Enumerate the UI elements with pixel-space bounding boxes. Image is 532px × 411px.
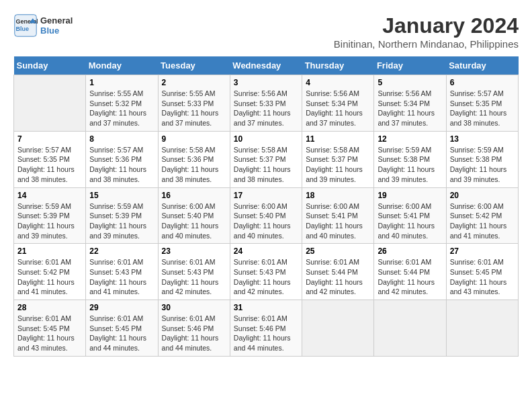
day-cell: 18Sunrise: 6:00 AMSunset: 5:41 PMDayligh… bbox=[302, 187, 374, 244]
day-cell bbox=[302, 300, 374, 357]
day-info: Sunrise: 5:56 AMSunset: 5:34 PMDaylight:… bbox=[378, 89, 442, 128]
header-cell-tuesday: Tuesday bbox=[158, 56, 230, 75]
logo: General Blue General Blue bbox=[13, 13, 73, 38]
logo-text-blue: Blue bbox=[40, 26, 73, 36]
day-cell: 14Sunrise: 5:59 AMSunset: 5:39 PMDayligh… bbox=[14, 187, 86, 244]
calendar-title: January 2024 bbox=[334, 13, 519, 38]
day-number: 22 bbox=[89, 246, 154, 256]
day-cell: 9Sunrise: 5:58 AMSunset: 5:36 PMDaylight… bbox=[158, 131, 230, 187]
day-number: 31 bbox=[234, 303, 298, 312]
day-number: 18 bbox=[306, 191, 370, 200]
day-cell: 10Sunrise: 5:58 AMSunset: 5:37 PMDayligh… bbox=[230, 131, 302, 187]
day-info: Sunrise: 6:01 AMSunset: 5:44 PMDaylight:… bbox=[378, 257, 442, 297]
day-number: 12 bbox=[378, 134, 442, 144]
day-cell: 19Sunrise: 6:00 AMSunset: 5:41 PMDayligh… bbox=[374, 187, 446, 244]
week-row-1: 7Sunrise: 5:57 AMSunset: 5:35 PMDaylight… bbox=[14, 131, 519, 187]
day-cell: 2Sunrise: 5:55 AMSunset: 5:33 PMDaylight… bbox=[158, 75, 230, 132]
title-block: January 2024 Binitinan, Northern Mindana… bbox=[334, 13, 519, 50]
day-number: 9 bbox=[162, 134, 226, 144]
header-cell-friday: Friday bbox=[374, 56, 446, 75]
day-cell bbox=[14, 75, 86, 132]
day-info: Sunrise: 6:01 AMSunset: 5:46 PMDaylight:… bbox=[162, 314, 226, 353]
day-cell: 28Sunrise: 6:01 AMSunset: 5:45 PMDayligh… bbox=[14, 300, 86, 357]
day-cell: 21Sunrise: 6:01 AMSunset: 5:42 PMDayligh… bbox=[14, 244, 86, 300]
day-info: Sunrise: 6:01 AMSunset: 5:45 PMDaylight:… bbox=[17, 314, 82, 353]
day-info: Sunrise: 6:01 AMSunset: 5:45 PMDaylight:… bbox=[450, 257, 515, 297]
day-cell: 29Sunrise: 6:01 AMSunset: 5:45 PMDayligh… bbox=[86, 300, 158, 357]
day-cell: 6Sunrise: 5:57 AMSunset: 5:35 PMDaylight… bbox=[446, 75, 518, 132]
day-info: Sunrise: 5:59 AMSunset: 5:39 PMDaylight:… bbox=[17, 201, 82, 241]
day-cell: 31Sunrise: 6:01 AMSunset: 5:46 PMDayligh… bbox=[230, 300, 302, 357]
day-number: 25 bbox=[306, 246, 370, 256]
day-cell: 20Sunrise: 6:00 AMSunset: 5:42 PMDayligh… bbox=[446, 187, 518, 244]
day-number: 17 bbox=[234, 191, 298, 200]
day-number: 24 bbox=[234, 246, 298, 256]
page-header: General Blue General Blue January 2024 B… bbox=[13, 13, 519, 50]
day-info: Sunrise: 5:57 AMSunset: 5:35 PMDaylight:… bbox=[450, 89, 515, 128]
calendar-header-row: SundayMondayTuesdayWednesdayThursdayFrid… bbox=[14, 56, 519, 75]
day-number: 8 bbox=[89, 134, 154, 144]
day-cell: 27Sunrise: 6:01 AMSunset: 5:45 PMDayligh… bbox=[446, 244, 518, 300]
week-row-0: 1Sunrise: 5:55 AMSunset: 5:32 PMDaylight… bbox=[14, 75, 519, 132]
day-info: Sunrise: 6:00 AMSunset: 5:40 PMDaylight:… bbox=[162, 201, 226, 241]
day-info: Sunrise: 6:01 AMSunset: 5:43 PMDaylight:… bbox=[89, 257, 154, 297]
day-number: 10 bbox=[234, 134, 298, 144]
day-cell: 22Sunrise: 6:01 AMSunset: 5:43 PMDayligh… bbox=[86, 244, 158, 300]
day-number: 23 bbox=[162, 246, 226, 256]
day-info: Sunrise: 5:58 AMSunset: 5:37 PMDaylight:… bbox=[234, 145, 298, 185]
day-number: 14 bbox=[17, 191, 82, 200]
day-number: 30 bbox=[162, 303, 226, 312]
header-cell-saturday: Saturday bbox=[446, 56, 518, 75]
header-cell-wednesday: Wednesday bbox=[230, 56, 302, 75]
day-info: Sunrise: 6:01 AMSunset: 5:42 PMDaylight:… bbox=[17, 257, 82, 297]
header-cell-thursday: Thursday bbox=[302, 56, 374, 75]
day-info: Sunrise: 5:59 AMSunset: 5:39 PMDaylight:… bbox=[89, 201, 154, 241]
day-cell: 16Sunrise: 6:00 AMSunset: 5:40 PMDayligh… bbox=[158, 187, 230, 244]
day-number: 13 bbox=[450, 134, 515, 144]
day-info: Sunrise: 6:00 AMSunset: 5:41 PMDaylight:… bbox=[378, 201, 442, 241]
day-info: Sunrise: 6:01 AMSunset: 5:43 PMDaylight:… bbox=[162, 257, 226, 297]
day-number: 1 bbox=[89, 78, 154, 87]
day-number: 4 bbox=[306, 78, 370, 87]
day-number: 27 bbox=[450, 246, 515, 256]
day-cell: 17Sunrise: 6:00 AMSunset: 5:40 PMDayligh… bbox=[230, 187, 302, 244]
day-info: Sunrise: 5:57 AMSunset: 5:36 PMDaylight:… bbox=[89, 145, 154, 185]
day-info: Sunrise: 6:01 AMSunset: 5:44 PMDaylight:… bbox=[306, 257, 370, 297]
day-number: 2 bbox=[162, 78, 226, 87]
day-number: 26 bbox=[378, 246, 442, 256]
day-info: Sunrise: 5:55 AMSunset: 5:33 PMDaylight:… bbox=[162, 89, 226, 128]
day-number: 19 bbox=[378, 191, 442, 200]
day-cell: 8Sunrise: 5:57 AMSunset: 5:36 PMDaylight… bbox=[86, 131, 158, 187]
day-info: Sunrise: 5:59 AMSunset: 5:38 PMDaylight:… bbox=[450, 145, 515, 185]
day-info: Sunrise: 6:01 AMSunset: 5:45 PMDaylight:… bbox=[89, 314, 154, 353]
day-cell: 26Sunrise: 6:01 AMSunset: 5:44 PMDayligh… bbox=[374, 244, 446, 300]
day-number: 11 bbox=[306, 134, 370, 144]
day-cell: 30Sunrise: 6:01 AMSunset: 5:46 PMDayligh… bbox=[158, 300, 230, 357]
day-number: 6 bbox=[450, 78, 515, 87]
day-info: Sunrise: 5:58 AMSunset: 5:37 PMDaylight:… bbox=[306, 145, 370, 185]
day-number: 21 bbox=[17, 246, 82, 256]
day-cell: 3Sunrise: 5:56 AMSunset: 5:33 PMDaylight… bbox=[230, 75, 302, 132]
week-row-3: 21Sunrise: 6:01 AMSunset: 5:42 PMDayligh… bbox=[14, 244, 519, 300]
day-info: Sunrise: 5:59 AMSunset: 5:38 PMDaylight:… bbox=[378, 145, 442, 185]
header-cell-sunday: Sunday bbox=[14, 56, 86, 75]
day-info: Sunrise: 6:00 AMSunset: 5:42 PMDaylight:… bbox=[450, 201, 515, 241]
day-info: Sunrise: 6:00 AMSunset: 5:41 PMDaylight:… bbox=[306, 201, 370, 241]
calendar-body: 1Sunrise: 5:55 AMSunset: 5:32 PMDaylight… bbox=[14, 75, 519, 357]
day-number: 5 bbox=[378, 78, 442, 87]
day-cell: 15Sunrise: 5:59 AMSunset: 5:39 PMDayligh… bbox=[86, 187, 158, 244]
day-cell: 11Sunrise: 5:58 AMSunset: 5:37 PMDayligh… bbox=[302, 131, 374, 187]
day-info: Sunrise: 5:56 AMSunset: 5:33 PMDaylight:… bbox=[234, 89, 298, 128]
day-info: Sunrise: 5:57 AMSunset: 5:35 PMDaylight:… bbox=[17, 145, 82, 185]
day-cell bbox=[446, 300, 518, 357]
day-info: Sunrise: 5:58 AMSunset: 5:36 PMDaylight:… bbox=[162, 145, 226, 185]
day-cell bbox=[374, 300, 446, 357]
day-cell: 25Sunrise: 6:01 AMSunset: 5:44 PMDayligh… bbox=[302, 244, 374, 300]
week-row-2: 14Sunrise: 5:59 AMSunset: 5:39 PMDayligh… bbox=[14, 187, 519, 244]
day-info: Sunrise: 5:55 AMSunset: 5:32 PMDaylight:… bbox=[89, 89, 154, 128]
week-row-4: 28Sunrise: 6:01 AMSunset: 5:45 PMDayligh… bbox=[14, 300, 519, 357]
day-cell: 1Sunrise: 5:55 AMSunset: 5:32 PMDaylight… bbox=[86, 75, 158, 132]
day-number: 20 bbox=[450, 191, 515, 200]
svg-text:Blue: Blue bbox=[16, 26, 30, 32]
day-number: 28 bbox=[17, 303, 82, 312]
